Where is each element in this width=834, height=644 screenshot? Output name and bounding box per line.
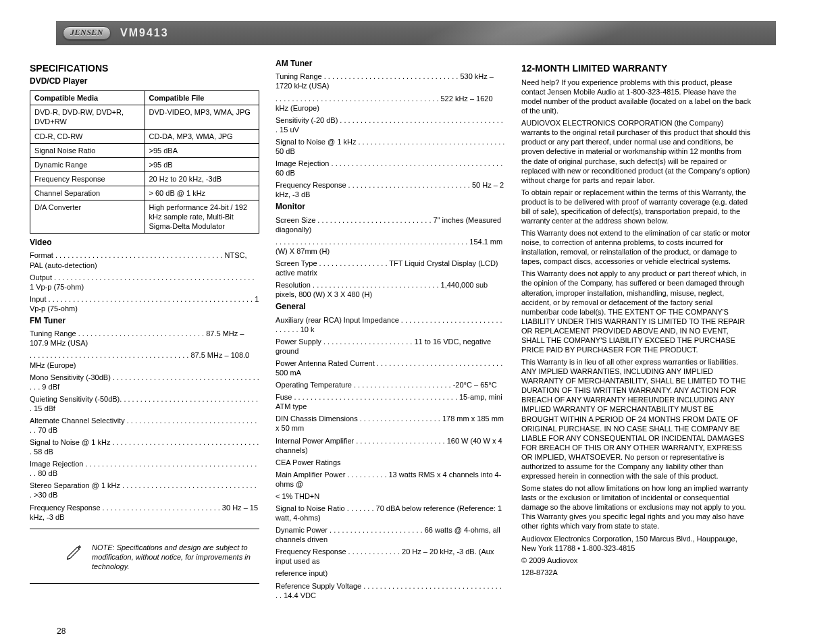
model-number: VM9413: [120, 27, 169, 39]
section-heading-fm: FM Tuner: [30, 316, 259, 326]
warranty-para: This Warranty is in lieu of all other ex…: [521, 357, 751, 481]
spec-line: Main Amplifier Power . . . . . . . . . .…: [276, 470, 505, 489]
td: Signal Noise Ratio: [30, 143, 145, 157]
warranty-needhelp: Need help? If you experience problems wi…: [521, 78, 751, 115]
spec-line: Quieting Sensitivity (-50dB). . . . . . …: [30, 394, 259, 413]
col-2: AM Tuner Tuning Range . . . . . . . . . …: [276, 57, 505, 603]
td: CD-DA, MP3, WMA, JPG: [145, 129, 259, 143]
spec-line: Input . . . . . . . . . . . . . . . . . …: [30, 294, 259, 313]
spec-line: DIN Chassis Dimensions . . . . . . . . .…: [276, 414, 505, 433]
spec-line: . . . . . . . . . . . . . . . . . . . . …: [276, 94, 505, 113]
td: Dynamic Range: [30, 157, 145, 171]
td: 20 Hz to 20 kHz, -3dB: [145, 171, 259, 186]
spec-line: Operating Temperature . . . . . . . . . …: [276, 380, 505, 390]
warranty-para: AUDIOVOX ELECTRONICS CORPORATION (the Co…: [521, 118, 751, 185]
spec-line: Mono Sensitivity (-30dB) . . . . . . . .…: [30, 373, 259, 392]
section-heading-general: General: [276, 302, 505, 312]
spec-line: . . . . . . . . . . . . . . . . . . . . …: [276, 237, 505, 256]
spec-line: Stereo Separation @ 1 kHz . . . . . . . …: [30, 481, 259, 500]
spec-line: CEA Power Ratings: [276, 458, 505, 467]
col-1: SPECIFICATIONS DVD/CD Player Compatible …: [30, 57, 259, 603]
warranty-para: To obtain repair or replacement within t…: [521, 188, 751, 225]
td: Channel Separation: [30, 186, 145, 200]
warranty-para: Some states do not allow limitations on …: [521, 483, 751, 531]
section-heading-video: Video: [30, 238, 259, 248]
spec-line: Signal to Noise @ 1 kHz . . . . . . . . …: [30, 437, 259, 456]
section-heading-dvdcd: DVD/CD Player: [30, 76, 259, 86]
spec-line: Frequency Response . . . . . . . . . . .…: [30, 503, 259, 522]
td: >95 dB: [145, 157, 259, 171]
section-heading-am: AM Tuner: [276, 59, 505, 69]
spec-line: Output . . . . . . . . . . . . . . . . .…: [30, 273, 259, 292]
note-text: NOTE: Specifications and design are subj…: [92, 543, 259, 571]
th-compatible-media: Compatible Media: [30, 91, 145, 105]
brand-logo: JENSEN: [63, 26, 111, 40]
td: High performance 24-bit / 192 kHz sample…: [145, 200, 259, 233]
warranty-para: This Warranty does not extend to the eli…: [521, 228, 751, 266]
spec-line: reference input): [276, 568, 505, 578]
section-heading-warranty: 12-MONTH LIMITED WARRANTY: [521, 63, 751, 75]
spec-line: Tuning Range . . . . . . . . . . . . . .…: [30, 329, 259, 348]
spec-line: Screen Size . . . . . . . . . . . . . . …: [276, 215, 505, 234]
spec-line: . . . . . . . . . . . . . . . . . . . . …: [30, 350, 259, 369]
spec-line: Tuning Range . . . . . . . . . . . . . .…: [276, 72, 505, 90]
section-heading-monitor: Monitor: [276, 202, 505, 212]
specs-table: Compatible Media Compatible File DVD-R, …: [30, 90, 259, 234]
warranty-para: This Warranty does not apply to any prod…: [521, 269, 751, 354]
td: DVD-VIDEO, MP3, WMA, JPG: [145, 105, 259, 129]
spec-line: Signal to Noise Ratio . . . . . . . 70 d…: [276, 504, 505, 522]
warranty-docnum: 128-8732A: [521, 568, 751, 577]
specs-note: NOTE: Specifications and design are subj…: [30, 536, 259, 576]
warranty-copyright: © 2009 Audiovox: [521, 556, 751, 565]
spec-line: Dynamic Power . . . . . . . . . . . . . …: [276, 525, 505, 544]
td: > 60 dB @ 1 kHz: [145, 186, 259, 200]
spec-line: Format . . . . . . . . . . . . . . . . .…: [30, 250, 259, 269]
td: D/A Converter: [30, 200, 145, 233]
pencil-icon: [65, 543, 84, 562]
section-heading-specifications: SPECIFICATIONS: [30, 63, 259, 75]
spec-line: Auxiliary (rear RCA) Input Impedance . .…: [276, 315, 505, 334]
spec-line: Frequency Response . . . . . . . . . . .…: [276, 180, 505, 199]
spec-line: Power Antenna Rated Current . . . . . . …: [276, 358, 505, 377]
spec-line: Power Supply . . . . . . . . . . . . . .…: [276, 337, 505, 356]
td: CD-R, CD-RW: [30, 129, 145, 143]
warranty-para: Audiovox Electronics Corporation, 150 Ma…: [521, 534, 751, 553]
spec-line: Reference Supply Voltage . . . . . . . .…: [276, 581, 505, 600]
spec-line: Image Rejection . . . . . . . . . . . . …: [30, 459, 259, 478]
td: >95 dBA: [145, 143, 259, 157]
spec-line: Image Rejection . . . . . . . . . . . . …: [276, 159, 505, 178]
spec-line: Alternate Channel Selectivity . . . . . …: [30, 416, 259, 435]
spec-line: Internal Power Amplifier . . . . . . . .…: [276, 436, 505, 455]
spec-line: Screen Type . . . . . . . . . . . . . . …: [276, 259, 505, 277]
page-header: JENSEN VM9413: [56, 21, 776, 45]
td: Frequency Response: [30, 171, 145, 186]
td: DVD-R, DVD-RW, DVD+R, DVD+RW: [30, 105, 145, 129]
spec-line: Fuse . . . . . . . . . . . . . . . . . .…: [276, 392, 505, 411]
spec-line: Sensitivity (-20 dB) . . . . . . . . . .…: [276, 115, 505, 134]
page-number: 28: [57, 626, 66, 630]
spec-line: Resolution . . . . . . . . . . . . . . .…: [276, 280, 505, 299]
spec-line: Signal to Noise @ 1 kHz . . . . . . . . …: [276, 137, 505, 156]
th-compatible-file: Compatible File: [145, 91, 259, 105]
col-3: 12-MONTH LIMITED WARRANTY Need help? If …: [521, 57, 751, 603]
spec-line: Frequency Response . . . . . . . . . . .…: [276, 547, 505, 566]
spec-line: < 1% THD+N: [276, 491, 505, 501]
